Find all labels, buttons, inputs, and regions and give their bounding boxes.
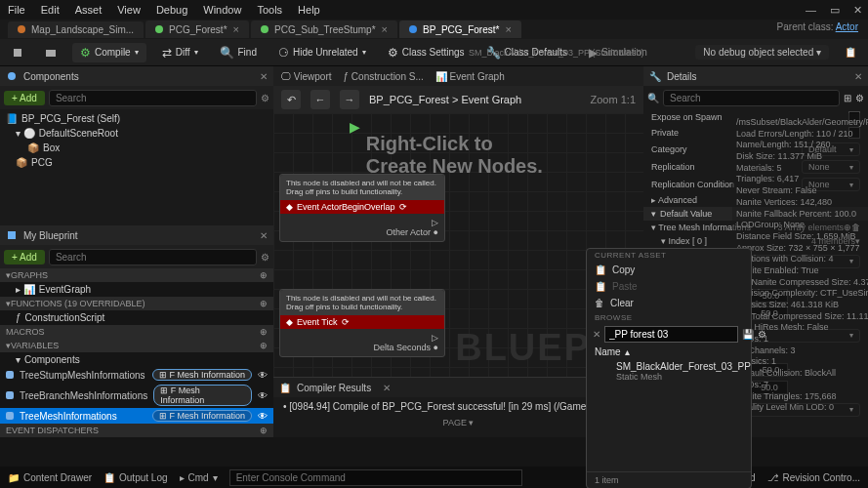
gear-icon[interactable]: ⚙ [855, 93, 864, 103]
nav-back-arrow[interactable]: ← [310, 90, 330, 109]
debug-filter-button[interactable]: 📋 [839, 44, 862, 61]
tab-pcg-sub[interactable]: PCG_Sub_TreeStump*× [251, 20, 397, 38]
components-panel-header: Components ✕ [0, 66, 273, 86]
menu-asset[interactable]: Asset [75, 4, 103, 16]
panel-close-icon[interactable]: ✕ [854, 71, 862, 82]
ctx-section-browse: BROWSE [587, 311, 751, 324]
tab-close-icon[interactable]: × [505, 23, 511, 35]
macros-section[interactable]: MACROS⊕ [0, 325, 273, 339]
menu-window[interactable]: Window [203, 4, 241, 16]
component-pcg[interactable]: 📦 PCG [0, 155, 273, 170]
save-icon[interactable]: 💾 [742, 329, 754, 340]
settings-icon[interactable]: ⚙ [261, 93, 269, 103]
console-input[interactable] [229, 469, 522, 486]
grid-icon[interactable]: ⊞ [844, 93, 851, 103]
content-drawer-button[interactable]: 📁 Content Drawer [8, 472, 92, 483]
settings-icon[interactable]: ⚙ [261, 252, 269, 263]
minimize-icon[interactable]: — [806, 4, 816, 17]
diff-button[interactable]: ⇄Diff ▾ [156, 43, 204, 62]
details-search[interactable] [663, 90, 840, 106]
visibility-icon[interactable]: 👁 [258, 370, 268, 381]
name-column-header[interactable]: Name ▴ [587, 345, 751, 359]
maximize-icon[interactable]: ▭ [830, 4, 840, 17]
svg-rect-1 [46, 50, 56, 57]
add-icon[interactable]: ⊕ [260, 341, 268, 350]
var-type-pill[interactable]: ⊞ F Mesh Information [152, 369, 252, 381]
component-box[interactable]: 📦 Box [0, 141, 273, 155]
tab-close-icon[interactable]: × [382, 23, 388, 35]
node-comment: This node is disabled and will not be ca… [280, 290, 444, 315]
search-result-item[interactable]: SM_BlackAlder_Forest_03_PPStatic Mesh [587, 359, 751, 384]
cmd-button[interactable]: ▸ Cmd ▾ [180, 472, 218, 483]
graphs-section[interactable]: ▾ GRAPHS⊕ [0, 268, 273, 282]
tab-map-landscape[interactable]: Map_Landscape_Sim... [8, 21, 144, 38]
output-log-button[interactable]: 📋 Output Log [103, 472, 167, 483]
component-scene-root[interactable]: ▾ ⚪ DefaultSceneRoot [0, 126, 273, 141]
panel-close-icon[interactable]: ✕ [260, 230, 268, 241]
event-graph-tab[interactable]: 📊 Event Graph [435, 71, 505, 82]
save-button[interactable] [6, 44, 29, 61]
asset-search-input[interactable] [604, 326, 738, 343]
add-icon[interactable]: ⊕ [260, 426, 268, 435]
ctx-copy[interactable]: 📋 Copy [587, 262, 751, 278]
revision-control-button[interactable]: ⎇ Revision Contro... [767, 472, 860, 483]
play-overlay-icon[interactable]: ▶ [350, 119, 360, 135]
var-tree-stump[interactable]: TreeStumpMeshInformations⊞ F Mesh Inform… [0, 367, 273, 383]
panel-close-icon[interactable]: ✕ [260, 71, 268, 82]
ctx-clear[interactable]: 🗑 Clear [587, 295, 751, 311]
nav-back-button[interactable]: ↶ [281, 90, 301, 109]
construction-script-item[interactable]: ƒ ConstructionScript [0, 310, 273, 325]
visibility-icon[interactable]: 👁 [258, 390, 268, 401]
visibility-icon[interactable]: 👁 [258, 411, 268, 422]
add-icon[interactable]: ⊕ [260, 327, 268, 337]
var-tree-branch[interactable]: TreeBranchMeshInformations⊞ F Mesh Infor… [0, 383, 273, 408]
construction-tab[interactable]: ƒ Construction S... [344, 71, 424, 82]
components-category[interactable]: ▾ Components [0, 352, 273, 367]
component-self[interactable]: 📘 BP_PCG_Forest (Self) [0, 111, 273, 126]
menu-debug[interactable]: Debug [156, 4, 187, 16]
node-event-tick[interactable]: This node is disabled and will not be ca… [279, 289, 445, 357]
hide-unrelated-button[interactable]: ⚆Hide Unrelated ▾ [272, 43, 372, 62]
nav-fwd-arrow[interactable]: → [340, 90, 359, 109]
variables-section[interactable]: ▾ VARIABLES⊕ [0, 339, 273, 352]
event-graph-item[interactable]: ▸ 📊 EventGraph [0, 282, 273, 297]
menu-help[interactable]: Help [298, 4, 320, 16]
functions-section[interactable]: ▾ FUNCTIONS (19 OVERRIDABLE)⊕ [0, 297, 273, 310]
class-settings-button[interactable]: ⚙Class Settings [382, 43, 471, 62]
node-actor-begin-overlap[interactable]: This node is disabled and will not be ca… [279, 174, 445, 242]
create-nodes-hint: Right-Click to Create New Nodes. [366, 133, 552, 178]
compile-button[interactable]: ⚙Compile ▾ [72, 43, 146, 62]
parent-class-link[interactable]: Actor [836, 21, 858, 32]
svg-rect-0 [14, 49, 21, 57]
clear-search-icon[interactable]: ✕ [593, 329, 600, 340]
tab-pcg-forest[interactable]: PCG_Forest*× [145, 20, 249, 38]
close-icon[interactable]: ✕ [853, 4, 862, 17]
diff-icon: ⇄ [162, 46, 172, 60]
tab-bp-pcg-forest[interactable]: BP_PCG_Forest*× [399, 20, 521, 38]
tab-close-icon[interactable]: × [233, 23, 239, 35]
var-type-pill[interactable]: ⊞ F Mesh Information [152, 410, 252, 422]
panel-close-icon[interactable]: ✕ [383, 383, 391, 393]
var-type-pill[interactable]: ⊞ F Mesh Information [153, 385, 252, 406]
viewport-tab[interactable]: 🖵 Viewport [281, 71, 332, 82]
add-component-button[interactable]: + Add [4, 91, 45, 105]
menu-file[interactable]: File [8, 4, 25, 16]
event-dispatchers-section[interactable]: EVENT DISPATCHERS⊕ [0, 424, 273, 437]
debug-object-dropdown[interactable]: No debug object selected ▾ [695, 45, 829, 60]
ctx-paste: 📋 Paste [587, 278, 751, 295]
breadcrumb[interactable]: BP_PCG_Forest > Event Graph [369, 94, 521, 105]
menu-edit[interactable]: Edit [41, 4, 60, 16]
myblueprint-panel-header: My Blueprint ✕ [0, 225, 273, 245]
asset-icon [155, 25, 163, 33]
menu-tools[interactable]: Tools [257, 4, 282, 16]
browse-button[interactable] [39, 44, 62, 61]
components-search[interactable] [49, 90, 257, 106]
add-icon[interactable]: ⊕ [260, 270, 268, 280]
myblueprint-search[interactable] [49, 249, 257, 265]
gear-icon[interactable]: ⚙ [758, 329, 766, 340]
add-blueprint-button[interactable]: + Add [4, 250, 45, 264]
add-icon[interactable]: ⊕ [260, 299, 268, 308]
var-tree-mesh[interactable]: TreeMeshInformations⊞ F Mesh Information… [0, 408, 273, 424]
find-button[interactable]: 🔍Find [214, 43, 263, 62]
menu-view[interactable]: View [117, 4, 141, 16]
